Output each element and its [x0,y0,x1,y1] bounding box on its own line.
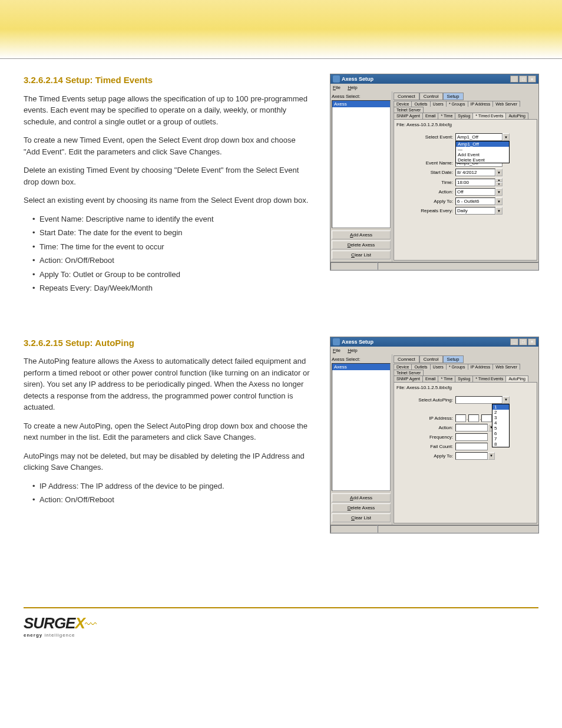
te-bullet-5: Repeats Every: Day/Week/Month [32,282,312,294]
maximize-button[interactable]: □ [519,75,527,83]
tab-setup[interactable]: Setup [443,355,464,363]
dropdown-item-3[interactable]: 3 [492,415,509,420]
cfg-tab-email[interactable]: Email [422,113,439,119]
chevron-down-icon[interactable]: ▼ [495,207,503,215]
close-button[interactable]: × [528,338,536,345]
cfg-tab-time[interactable]: * Time [438,375,455,382]
cfg-tab-snmp[interactable]: SNMP Agent [394,113,423,119]
minimize-button[interactable]: _ [510,338,518,345]
close-button[interactable]: × [528,75,536,83]
ip-octet-1[interactable] [455,414,466,422]
menu-help[interactable]: Help [348,348,357,353]
dropdown-item-6[interactable]: 6 [492,431,509,436]
cfg-tab-autoping[interactable]: AutoPing [505,113,528,119]
select-event-dropdown[interactable]: Amp1_Off — Add Event Delete Event [455,141,510,163]
cfg-tab-device[interactable]: Device [394,364,412,370]
ip-octet-2[interactable] [468,414,479,422]
axess-list[interactable]: Axess [332,100,391,228]
window-titlebar[interactable]: Axess Setup _ □ × [330,74,538,84]
autoping-heading: 3.2.6.2.15 Setup: AutoPing [24,337,312,350]
dropdown-item-8[interactable]: 8 [492,442,509,447]
cfg-tab-telnet[interactable]: Telnet Server [394,370,424,375]
cfg-tab-webserver[interactable]: Web Server [492,101,520,107]
dropdown-item-1[interactable]: 1 [492,404,509,410]
spin-up-icon[interactable]: ▲ [495,178,503,182]
cfg-tab-syslog[interactable]: Syslog [455,375,473,382]
clear-list-button[interactable]: Clear List [332,251,391,259]
cfg-tab-ipaddress[interactable]: IP Address [468,101,494,107]
cfg-tab-webserver[interactable]: Web Server [492,364,520,370]
cfg-tab-snmp[interactable]: SNMP Agent [394,375,423,382]
cfg-tab-users[interactable]: Users [430,364,447,370]
menu-file[interactable]: File [333,85,340,90]
dropdown-item-selected[interactable]: Amp1_Off [456,141,509,147]
logo-text: SURGE [24,614,75,632]
cfg-tab-outlets[interactable]: Outlets [411,101,430,107]
chevron-down-icon[interactable]: ▼ [503,133,510,141]
dropdown-item-4[interactable]: 4 [492,420,509,426]
cfg-tab-device[interactable]: Device [394,101,412,107]
time-spinner[interactable]: ▲ ▼ [495,178,503,186]
maximize-button[interactable]: □ [519,338,527,345]
dropdown-item-5[interactable]: 5 [492,426,509,431]
select-autoping-label: Select AutoPing: [414,397,455,403]
timed-events-window: Axess Setup _ □ × File Help Axess Select… [330,74,539,271]
dropdown-item-add[interactable]: Add Event [456,152,509,157]
tab-setup[interactable]: Setup [443,93,464,100]
te-bullet-0: Event Name: Descriptive name to identify… [32,213,312,225]
cfg-tab-autoping[interactable]: AutoPing [505,375,528,382]
chevron-down-icon[interactable]: ▼ [488,452,495,460]
dropdown-item-delete[interactable]: Delete Event [456,157,509,163]
chevron-down-icon[interactable]: ▼ [495,169,503,176]
add-axess-button[interactable]: Add Axess [332,493,391,502]
cfg-tab-timedevents[interactable]: * Timed Events [472,375,506,382]
tab-control[interactable]: Control [419,355,443,363]
tab-connect[interactable]: Connect [394,355,419,363]
ap-action-select[interactable] [455,424,488,431]
delete-axess-button[interactable]: Delete Axess [332,503,391,512]
window-title: Axess Setup [342,339,510,345]
tab-connect[interactable]: Connect [394,93,419,100]
tagline-rest: intelligence [42,633,75,638]
chevron-down-icon[interactable]: ▼ [495,188,503,196]
spin-down-icon[interactable]: ▼ [495,182,503,186]
minimize-button[interactable]: _ [510,75,518,83]
menu-help[interactable]: Help [348,85,357,90]
repeats-select[interactable]: Daily [455,207,495,215]
select-event-value[interactable]: Amp1_Off [455,133,503,141]
chevron-down-icon[interactable]: ▼ [495,197,503,205]
axess-list-item[interactable]: Axess [332,364,390,370]
axess-list-item[interactable]: Axess [332,101,390,107]
time-input[interactable]: 18:00 [455,179,495,186]
ap-applyto-select[interactable] [455,452,488,460]
add-axess-button[interactable]: Add Axess [332,230,391,239]
clear-list-button[interactable]: Clear List [332,513,391,522]
cfg-tab-users[interactable]: Users [430,101,447,107]
failcount-input[interactable] [455,443,488,450]
start-date-input[interactable]: 8/ 4/2012 [455,169,495,176]
delete-axess-button[interactable]: Delete Axess [332,241,391,249]
axess-list[interactable]: Axess [332,363,391,491]
window-titlebar[interactable]: Axess Setup _ □ × [330,337,538,347]
select-autoping-dropdown[interactable]: 1 2 3 4 5 6 7 8 [492,404,510,447]
dropdown-item-2[interactable]: 2 [492,410,509,415]
cfg-tab-timedevents[interactable]: * Timed Events [472,113,506,119]
applyto-select[interactable]: 6 - Outlet6 [455,197,495,205]
select-autoping-value[interactable] [455,396,503,404]
ip-octet-3[interactable] [481,414,492,422]
dropdown-item-7[interactable]: 7 [492,436,509,442]
cfg-tab-email[interactable]: Email [422,375,439,382]
cfg-tab-groups[interactable]: * Groups [446,101,468,107]
frequency-input[interactable] [455,433,488,441]
action-select[interactable]: Off [455,188,495,196]
chevron-down-icon[interactable]: ▼ [503,396,510,404]
cfg-tab-ipaddress[interactable]: IP Address [468,364,494,370]
menu-file[interactable]: File [333,348,340,353]
cfg-tab-outlets[interactable]: Outlets [411,364,430,370]
cfg-tab-telnet[interactable]: Telnet Server [394,107,424,113]
tab-control[interactable]: Control [419,93,443,100]
cfg-tab-groups[interactable]: * Groups [446,364,468,370]
cfg-tab-syslog[interactable]: Syslog [455,113,473,119]
te-para-3: Select an existing event by choosing its… [24,195,312,206]
cfg-tab-time[interactable]: * Time [438,113,455,119]
